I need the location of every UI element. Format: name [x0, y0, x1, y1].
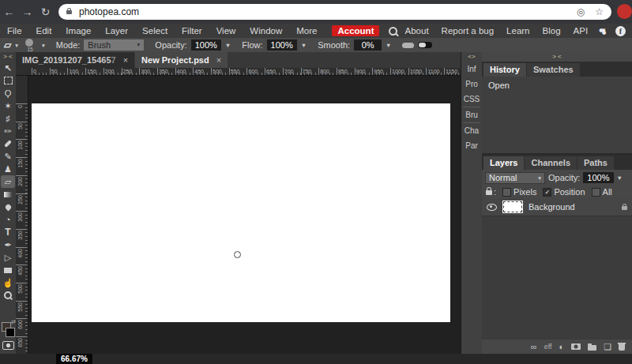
checkbox-pixels[interactable]: [502, 188, 511, 197]
panel-tab-bru[interactable]: Bru: [463, 107, 480, 122]
opacity-dropdown-icon[interactable]: ▼: [225, 42, 231, 49]
tool-clone-stamp[interactable]: ♟: [1, 163, 15, 175]
share-target-icon[interactable]: ◎: [577, 6, 585, 17]
layers-adjustment-button[interactable]: ◐: [559, 343, 564, 351]
browser-forward-icon[interactable]: →: [18, 0, 36, 24]
bookmark-star-icon[interactable]: ☆: [595, 6, 604, 17]
menu-link-blog[interactable]: Blog: [536, 26, 567, 36]
layers-new-layer-button[interactable]: ❏: [604, 343, 611, 351]
mode-select[interactable]: Brush ▾: [84, 39, 144, 51]
tab-layers[interactable]: Layers: [483, 156, 524, 170]
panel-collapse-button[interactable]: > <: [482, 52, 632, 62]
lock-option-position[interactable]: ✓Position: [543, 187, 585, 197]
horizontal-ruler[interactable]: 0501001502002503003504004505005506006507…: [16, 68, 461, 76]
background-color-swatch[interactable]: [6, 328, 15, 337]
tab-close-icon[interactable]: ×: [216, 55, 221, 65]
tool-move[interactable]: ↖: [1, 62, 15, 74]
lock-option-all[interactable]: All: [592, 187, 612, 197]
panel-tab-inf[interactable]: Inf: [463, 62, 480, 77]
layers-delete-button[interactable]: [619, 343, 625, 351]
brush-dropdown-icon[interactable]: ▾: [42, 42, 45, 49]
layer-thumbnail[interactable]: [502, 201, 523, 213]
smooth-dropdown-icon[interactable]: ▼: [386, 42, 391, 49]
tool-eraser[interactable]: ▱: [1, 175, 15, 188]
flow-input[interactable]: 100%: [267, 39, 297, 51]
twitter-icon[interactable]: ❥: [596, 24, 611, 38]
checkbox-position[interactable]: ✓: [543, 188, 551, 197]
tool-healing-brush[interactable]: [1, 137, 15, 150]
tab-channels[interactable]: Channels: [525, 156, 577, 170]
panel-tab-par[interactable]: Par: [463, 138, 480, 153]
flow-dropdown-icon[interactable]: ▼: [301, 42, 307, 49]
url-text[interactable]: photopea.com: [79, 6, 139, 17]
brush-preview[interactable]: 15: [22, 39, 38, 51]
tool-select-marquee[interactable]: [1, 74, 15, 87]
layer-row[interactable]: Background: [482, 198, 632, 216]
tool-brush[interactable]: ✎: [1, 150, 15, 163]
layers-group-folder-button[interactable]: [588, 343, 596, 351]
menu-link-report-a-bug[interactable]: Report a bug: [435, 26, 501, 36]
panel-tab-pro[interactable]: Pro: [463, 77, 480, 92]
tool-magic-wand[interactable]: ✶: [1, 99, 15, 112]
menu-link-api[interactable]: API: [567, 26, 595, 36]
zoom-level-value[interactable]: 66.67%: [56, 354, 92, 364]
menu-item-window[interactable]: Window: [243, 26, 289, 36]
menu-item-edit[interactable]: Edit: [29, 26, 59, 36]
url-bar[interactable]: photopea.com ◎ ☆: [58, 4, 611, 20]
menu-item-select[interactable]: Select: [135, 26, 175, 36]
menu-item-file[interactable]: File: [0, 26, 29, 36]
tool-eyedropper[interactable]: ✏: [1, 125, 15, 137]
blend-mode-select[interactable]: Normal ▾: [485, 172, 545, 184]
search-icon[interactable]: [389, 27, 397, 36]
tab-paths[interactable]: Paths: [577, 156, 614, 170]
history-entry[interactable]: Open: [482, 77, 632, 90]
opacity-input[interactable]: 100%: [191, 39, 221, 51]
tool-swatches[interactable]: ⇄: [1, 320, 15, 339]
tool-type[interactable]: T: [1, 226, 15, 238]
eraser-dropdown-icon[interactable]: ▾: [15, 42, 18, 49]
tab-swatches[interactable]: Swatches: [527, 63, 580, 77]
visibility-eye-icon[interactable]: [487, 204, 497, 211]
menu-item-filter[interactable]: Filter: [175, 26, 209, 36]
layers-link-button[interactable]: ∞: [531, 343, 537, 351]
menu-link-learn[interactable]: Learn: [500, 26, 536, 36]
tool-pen[interactable]: ✒: [1, 238, 15, 251]
tool-hand[interactable]: ☝: [1, 276, 15, 289]
canvas[interactable]: [32, 103, 450, 322]
menu-link-about[interactable]: About: [399, 26, 435, 36]
checkbox-all[interactable]: [592, 188, 600, 197]
tool-gradient[interactable]: [1, 188, 15, 201]
tool-crop[interactable]: ♯: [1, 112, 15, 125]
menu-item-more[interactable]: More: [289, 26, 324, 36]
layers-mask-button[interactable]: [571, 343, 581, 350]
layers-opacity-dropdown-icon[interactable]: ▼: [617, 174, 623, 182]
menu-item-layer[interactable]: Layer: [98, 26, 135, 36]
tab-history[interactable]: History: [483, 63, 526, 77]
layers-effects-button[interactable]: eff: [544, 343, 552, 351]
eraser-preview-icon[interactable]: ▱: [4, 39, 11, 51]
menu-item-view[interactable]: View: [209, 26, 243, 36]
browser-reload-icon[interactable]: ↻: [36, 0, 55, 24]
smooth-input[interactable]: 0%: [354, 39, 382, 51]
panel-tab-css[interactable]: CSS: [463, 92, 480, 107]
tab-close-icon[interactable]: ×: [123, 55, 128, 65]
document-tab-new-project-psd[interactable]: New Project.psd×: [135, 52, 228, 68]
document-tab-img-20191207-15465[interactable]: IMG_20191207_154657×: [16, 52, 134, 68]
toolbar-collapse-button[interactable]: > <: [0, 52, 16, 62]
tool-lasso[interactable]: Ϙ: [1, 87, 15, 99]
strip-collapse-button[interactable]: <>: [461, 52, 482, 62]
browser-back-icon[interactable]: ←: [0, 0, 18, 24]
tool-dodge[interactable]: ◔: [1, 213, 15, 226]
pressure-size-toggle-icon[interactable]: [418, 42, 432, 48]
account-button[interactable]: Account: [332, 25, 379, 36]
facebook-icon[interactable]: f: [615, 26, 626, 36]
browser-profile-avatar[interactable]: [617, 4, 632, 19]
tool-path-select[interactable]: ▷: [1, 251, 15, 264]
menu-item-image[interactable]: Image: [58, 26, 98, 36]
panel-tab-cha[interactable]: Cha: [463, 123, 480, 138]
pressure-opacity-toggle-icon[interactable]: [402, 43, 414, 48]
tool-blur[interactable]: [1, 201, 15, 213]
tool-quick-mask[interactable]: [1, 339, 15, 351]
tool-rectangle[interactable]: [1, 264, 15, 276]
lock-option-pixels[interactable]: Pixels: [502, 187, 536, 197]
